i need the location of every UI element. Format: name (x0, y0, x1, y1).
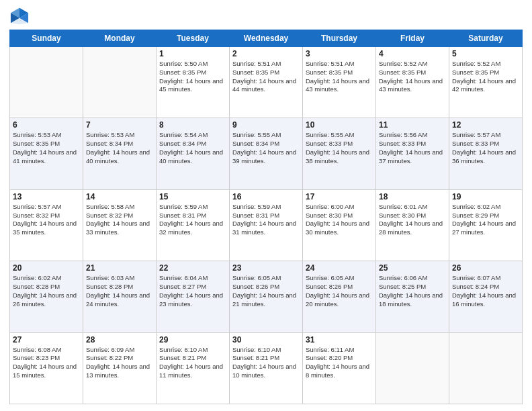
calendar-cell: 19Sunrise: 6:02 AM Sunset: 8:29 PM Dayli… (449, 189, 523, 261)
calendar-cell: 20Sunrise: 6:02 AM Sunset: 8:28 PM Dayli… (10, 261, 83, 332)
day-info: Sunrise: 5:59 AM Sunset: 8:31 PM Dayligh… (159, 203, 226, 237)
day-info: Sunrise: 5:52 AM Sunset: 8:35 PM Dayligh… (379, 60, 446, 94)
calendar-header-wednesday: Wednesday (230, 30, 303, 47)
day-info: Sunrise: 5:55 AM Sunset: 8:34 PM Dayligh… (232, 131, 300, 165)
calendar-week-row: 13Sunrise: 5:57 AM Sunset: 8:32 PM Dayli… (10, 189, 523, 261)
day-info: Sunrise: 6:11 AM Sunset: 8:20 PM Dayligh… (306, 346, 373, 380)
day-info: Sunrise: 6:07 AM Sunset: 8:24 PM Dayligh… (452, 274, 519, 308)
calendar-week-row: 20Sunrise: 6:02 AM Sunset: 8:28 PM Dayli… (10, 261, 523, 332)
day-info: Sunrise: 5:55 AM Sunset: 8:33 PM Dayligh… (306, 131, 373, 165)
day-info: Sunrise: 5:53 AM Sunset: 8:35 PM Dayligh… (13, 131, 80, 165)
calendar-header-friday: Friday (376, 30, 449, 47)
calendar-cell: 6Sunrise: 5:53 AM Sunset: 8:35 PM Daylig… (10, 118, 83, 189)
day-info: Sunrise: 5:58 AM Sunset: 8:32 PM Dayligh… (86, 203, 153, 237)
day-info: Sunrise: 6:00 AM Sunset: 8:30 PM Dayligh… (306, 203, 373, 237)
day-info: Sunrise: 6:04 AM Sunset: 8:27 PM Dayligh… (159, 274, 226, 308)
calendar-cell: 17Sunrise: 6:00 AM Sunset: 8:30 PM Dayli… (303, 189, 376, 261)
header (9, 7, 523, 26)
day-info: Sunrise: 5:57 AM Sunset: 8:33 PM Dayligh… (452, 131, 519, 165)
day-number: 4 (379, 49, 446, 58)
day-number: 7 (86, 120, 153, 130)
calendar-table: SundayMondayTuesdayWednesdayThursdayFrid… (9, 30, 523, 404)
day-number: 16 (232, 192, 300, 201)
day-info: Sunrise: 6:02 AM Sunset: 8:29 PM Dayligh… (452, 203, 519, 237)
calendar-cell: 15Sunrise: 5:59 AM Sunset: 8:31 PM Dayli… (157, 189, 230, 261)
calendar-cell: 12Sunrise: 5:57 AM Sunset: 8:33 PM Dayli… (449, 118, 523, 189)
day-number: 25 (379, 263, 446, 273)
calendar-week-row: 27Sunrise: 6:08 AM Sunset: 8:23 PM Dayli… (10, 332, 523, 404)
calendar-cell (83, 47, 157, 118)
day-info: Sunrise: 5:53 AM Sunset: 8:34 PM Dayligh… (86, 131, 153, 165)
day-number: 22 (159, 263, 226, 273)
calendar-header-saturday: Saturday (449, 30, 523, 47)
day-number: 3 (306, 49, 373, 58)
day-number: 27 (13, 335, 80, 345)
page: SundayMondayTuesdayWednesdayThursdayFrid… (0, 0, 532, 411)
day-number: 24 (306, 263, 373, 273)
calendar-cell: 22Sunrise: 6:04 AM Sunset: 8:27 PM Dayli… (157, 261, 230, 332)
calendar-cell: 14Sunrise: 5:58 AM Sunset: 8:32 PM Dayli… (83, 189, 157, 261)
calendar-cell: 31Sunrise: 6:11 AM Sunset: 8:20 PM Dayli… (303, 332, 376, 404)
day-info: Sunrise: 5:51 AM Sunset: 8:35 PM Dayligh… (232, 60, 300, 94)
day-number: 29 (159, 335, 226, 345)
logo-icon (9, 7, 30, 26)
calendar-cell: 3Sunrise: 5:51 AM Sunset: 8:35 PM Daylig… (303, 47, 376, 118)
day-info: Sunrise: 6:10 AM Sunset: 8:21 PM Dayligh… (159, 346, 226, 380)
day-info: Sunrise: 6:05 AM Sunset: 8:26 PM Dayligh… (306, 274, 373, 308)
calendar-header-sunday: Sunday (10, 30, 83, 47)
day-number: 20 (13, 263, 80, 273)
day-info: Sunrise: 5:59 AM Sunset: 8:31 PM Dayligh… (232, 203, 300, 237)
day-number: 28 (86, 335, 153, 345)
day-number: 10 (306, 120, 373, 130)
day-info: Sunrise: 6:05 AM Sunset: 8:26 PM Dayligh… (232, 274, 300, 308)
day-number: 31 (306, 335, 373, 345)
calendar-cell: 28Sunrise: 6:09 AM Sunset: 8:22 PM Dayli… (83, 332, 157, 404)
day-number: 18 (379, 192, 446, 201)
calendar-cell: 21Sunrise: 6:03 AM Sunset: 8:28 PM Dayli… (83, 261, 157, 332)
calendar-cell: 4Sunrise: 5:52 AM Sunset: 8:35 PM Daylig… (376, 47, 449, 118)
day-number: 11 (379, 120, 446, 130)
calendar-cell: 8Sunrise: 5:54 AM Sunset: 8:34 PM Daylig… (157, 118, 230, 189)
day-number: 5 (452, 49, 519, 58)
calendar-cell: 7Sunrise: 5:53 AM Sunset: 8:34 PM Daylig… (83, 118, 157, 189)
calendar-cell: 2Sunrise: 5:51 AM Sunset: 8:35 PM Daylig… (230, 47, 303, 118)
day-info: Sunrise: 5:50 AM Sunset: 8:35 PM Dayligh… (159, 60, 226, 94)
calendar-cell (376, 332, 449, 404)
day-number: 6 (13, 120, 80, 130)
calendar-cell: 11Sunrise: 5:56 AM Sunset: 8:33 PM Dayli… (376, 118, 449, 189)
calendar-cell: 23Sunrise: 6:05 AM Sunset: 8:26 PM Dayli… (230, 261, 303, 332)
day-info: Sunrise: 5:54 AM Sunset: 8:34 PM Dayligh… (159, 131, 226, 165)
calendar-cell: 1Sunrise: 5:50 AM Sunset: 8:35 PM Daylig… (157, 47, 230, 118)
calendar-header-thursday: Thursday (303, 30, 376, 47)
calendar-header-monday: Monday (83, 30, 157, 47)
calendar-cell: 27Sunrise: 6:08 AM Sunset: 8:23 PM Dayli… (10, 332, 83, 404)
calendar-week-row: 1Sunrise: 5:50 AM Sunset: 8:35 PM Daylig… (10, 47, 523, 118)
day-info: Sunrise: 6:01 AM Sunset: 8:30 PM Dayligh… (379, 203, 446, 237)
calendar-cell: 18Sunrise: 6:01 AM Sunset: 8:30 PM Dayli… (376, 189, 449, 261)
day-number: 15 (159, 192, 226, 201)
day-number: 13 (13, 192, 80, 201)
day-number: 2 (232, 49, 300, 58)
calendar-cell: 24Sunrise: 6:05 AM Sunset: 8:26 PM Dayli… (303, 261, 376, 332)
day-number: 23 (232, 263, 300, 273)
calendar-header-tuesday: Tuesday (157, 30, 230, 47)
day-number: 26 (452, 263, 519, 273)
day-info: Sunrise: 5:51 AM Sunset: 8:35 PM Dayligh… (306, 60, 373, 94)
day-info: Sunrise: 6:10 AM Sunset: 8:21 PM Dayligh… (232, 346, 300, 380)
calendar-cell (10, 47, 83, 118)
calendar-header-row: SundayMondayTuesdayWednesdayThursdayFrid… (10, 30, 523, 47)
day-info: Sunrise: 6:08 AM Sunset: 8:23 PM Dayligh… (13, 346, 80, 380)
day-info: Sunrise: 6:03 AM Sunset: 8:28 PM Dayligh… (86, 274, 153, 308)
calendar-cell: 30Sunrise: 6:10 AM Sunset: 8:21 PM Dayli… (230, 332, 303, 404)
day-number: 8 (159, 120, 226, 130)
calendar-week-row: 6Sunrise: 5:53 AM Sunset: 8:35 PM Daylig… (10, 118, 523, 189)
calendar-cell: 29Sunrise: 6:10 AM Sunset: 8:21 PM Dayli… (157, 332, 230, 404)
calendar-cell: 10Sunrise: 5:55 AM Sunset: 8:33 PM Dayli… (303, 118, 376, 189)
calendar-cell: 25Sunrise: 6:06 AM Sunset: 8:25 PM Dayli… (376, 261, 449, 332)
day-info: Sunrise: 5:56 AM Sunset: 8:33 PM Dayligh… (379, 131, 446, 165)
calendar-cell: 26Sunrise: 6:07 AM Sunset: 8:24 PM Dayli… (449, 261, 523, 332)
calendar-cell: 9Sunrise: 5:55 AM Sunset: 8:34 PM Daylig… (230, 118, 303, 189)
day-info: Sunrise: 6:02 AM Sunset: 8:28 PM Dayligh… (13, 274, 80, 308)
day-number: 14 (86, 192, 153, 201)
day-number: 9 (232, 120, 300, 130)
